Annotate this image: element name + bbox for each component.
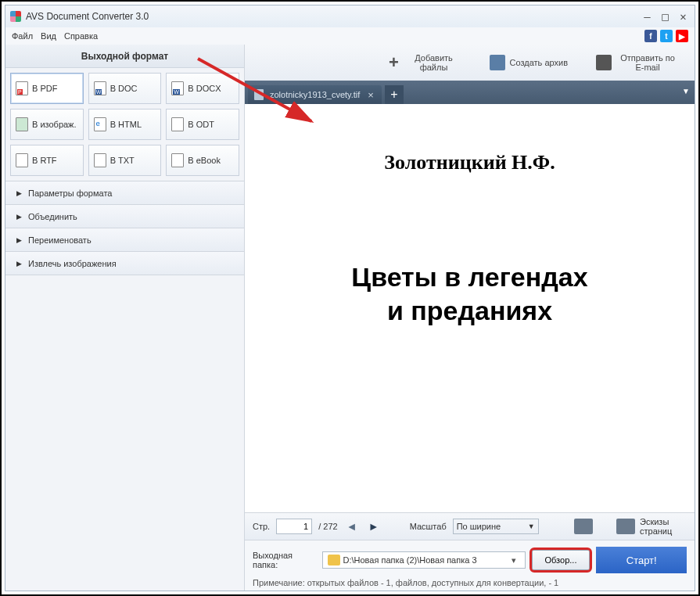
format-pdf[interactable]: В PDF [10, 73, 84, 104]
image-icon [16, 117, 28, 131]
output-path-field[interactable]: D:\Новая папка (2)\Новая папка 3 ▾ [322, 551, 526, 569]
sidebar-header: Выходной формат [5, 45, 244, 68]
doc-icon [94, 81, 106, 95]
rtf-icon [16, 153, 28, 167]
plus-icon: + [386, 55, 402, 70]
acc-label: Извлечь изображения [28, 259, 117, 268]
document-icon [254, 89, 264, 100]
close-button[interactable]: ✕ [677, 10, 690, 23]
html-icon [94, 117, 106, 131]
document-preview: Золотницкий Н.Ф. Цветы в легендах и пред… [245, 104, 695, 513]
mail-icon [596, 55, 612, 70]
doc-author: Золотницкий Н.Ф. [276, 151, 663, 174]
window-title: AVS Document Converter 3.0 [26, 11, 149, 22]
tab-menu-icon[interactable]: ▼ [682, 87, 690, 95]
start-button[interactable]: Старт! [596, 547, 687, 573]
format-label: В DOCX [188, 84, 221, 93]
toolbar: +Добавить файлы Создать архив Отправить … [245, 45, 695, 81]
thumbnails-button[interactable] [616, 519, 635, 534]
youtube-icon[interactable]: ▶ [676, 30, 688, 42]
output-path-text: D:\Новая папка (2)\Новая папка 3 [343, 555, 504, 565]
browse-button[interactable]: Обзор... [532, 550, 591, 570]
pager-bar: Стр. / 272 ◄ ► Масштаб По ширине▼ Эскизы… [245, 513, 695, 540]
format-label: В DOC [110, 84, 138, 93]
create-archive-button[interactable]: Создать архив [483, 52, 574, 74]
acc-format-params[interactable]: ▶Параметры формата [5, 181, 244, 205]
status-note: Примечание: открытых файлов - 1, файлов,… [253, 578, 687, 587]
doc-title-line1: Цветы в легендах [276, 260, 663, 294]
app-icon [10, 11, 21, 22]
start-label: Старт! [626, 555, 657, 566]
format-label: В TXT [110, 156, 135, 165]
close-tab-icon[interactable]: × [366, 89, 375, 101]
txt-icon [94, 153, 106, 167]
pdf-icon [16, 81, 28, 95]
format-label: В HTML [110, 120, 142, 129]
acc-label: Переименовать [28, 235, 92, 245]
chevron-down-icon: ▼ [528, 522, 535, 530]
zoom-value: По ширине [457, 522, 501, 531]
print-button[interactable] [574, 519, 593, 534]
titlebar: AVS Document Converter 3.0 — □ ✕ [5, 5, 695, 27]
maximize-button[interactable]: □ [659, 10, 672, 23]
path-dropdown-icon[interactable]: ▾ [508, 555, 520, 565]
facebook-icon[interactable]: f [644, 30, 657, 42]
button-label: Создать архив [510, 58, 568, 67]
format-docx[interactable]: В DOCX [166, 73, 239, 104]
twitter-icon[interactable]: t [660, 30, 673, 42]
format-rtf[interactable]: В RTF [10, 145, 84, 176]
new-tab-button[interactable]: + [385, 85, 404, 104]
format-html[interactable]: В HTML [88, 109, 162, 140]
document-tab[interactable]: zolotnicky1913_cvety.tif × [248, 85, 382, 104]
folder-icon [328, 555, 340, 565]
zoom-select[interactable]: По ширине▼ [453, 519, 539, 534]
acc-label: Параметры формата [28, 188, 112, 198]
acc-rename[interactable]: ▶Переименовать [5, 228, 244, 252]
odt-icon [171, 117, 184, 131]
format-image[interactable]: В изображ. [10, 109, 84, 140]
button-label: Отправить по E-mail [616, 53, 679, 72]
acc-extract-images[interactable]: ▶Извлечь изображения [5, 252, 244, 275]
format-label: В изображ. [32, 120, 77, 129]
minimize-button[interactable]: — [641, 10, 654, 23]
docx-icon [171, 81, 184, 95]
browse-label: Обзор... [545, 555, 577, 565]
format-odt[interactable]: В ODT [166, 109, 239, 140]
menu-file[interactable]: Файл [12, 31, 33, 41]
format-label: В PDF [32, 84, 57, 93]
archive-icon [490, 55, 505, 70]
chevron-right-icon: ▶ [16, 189, 22, 197]
sidebar: Выходной формат В PDF В DOC В DOCX В изо… [5, 45, 245, 591]
prev-page-button[interactable]: ◄ [344, 519, 360, 533]
menubar: Файл Вид Справка f t ▶ [5, 27, 695, 45]
chevron-right-icon: ▶ [16, 260, 22, 267]
acc-merge[interactable]: ▶Объединить [5, 205, 244, 228]
tabbar: zolotnicky1913_cvety.tif × + ▼ [245, 81, 695, 104]
format-doc[interactable]: В DOC [88, 73, 162, 104]
menu-help[interactable]: Справка [64, 31, 98, 41]
format-label: В ODT [188, 120, 214, 129]
add-files-button[interactable]: +Добавить файлы [380, 50, 468, 75]
send-email-button[interactable]: Отправить по E-mail [590, 50, 685, 75]
button-label: Добавить файлы [407, 53, 461, 72]
format-txt[interactable]: В TXT [88, 145, 162, 176]
format-label: В eBook [188, 156, 221, 165]
chevron-right-icon: ▶ [16, 213, 22, 221]
page-input[interactable] [276, 519, 312, 534]
zoom-label: Масштаб [410, 522, 447, 531]
thumbnails-label: Эскизы страниц [640, 517, 687, 536]
acc-label: Объединить [28, 212, 77, 221]
format-label: В RTF [32, 156, 57, 165]
output-folder-label: Выходная папка: [253, 551, 316, 569]
ebook-icon [171, 153, 184, 167]
next-page-button[interactable]: ► [366, 519, 382, 533]
tab-label: zolotnicky1913_cvety.tif [270, 90, 360, 99]
chevron-right-icon: ▶ [16, 236, 22, 244]
doc-title-line2: и преданиях [276, 294, 663, 328]
page-total: / 272 [318, 522, 337, 531]
page-label: Стр. [253, 522, 270, 531]
menu-view[interactable]: Вид [41, 31, 56, 41]
format-ebook[interactable]: В eBook [166, 145, 239, 176]
